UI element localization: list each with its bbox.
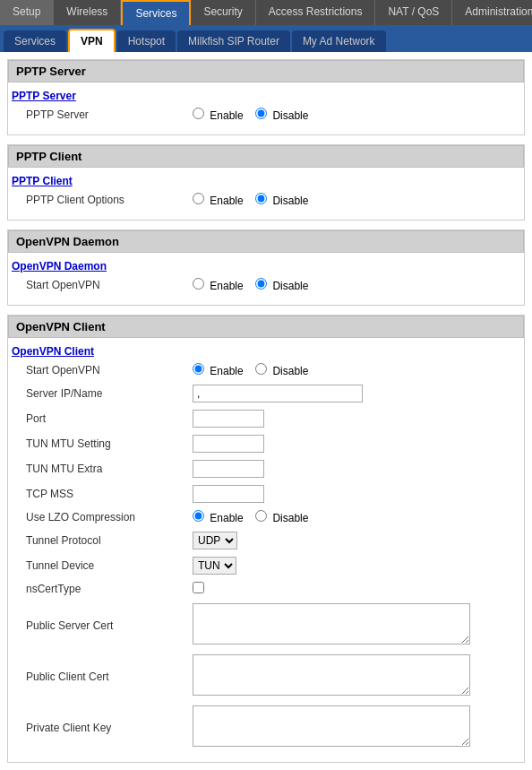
main-content: PPTP Server PPTP Server PPTP Server Enab… bbox=[0, 52, 532, 770]
openvpn-daemon-enable-label[interactable]: Enable bbox=[193, 280, 246, 292]
port-label: Port bbox=[8, 406, 187, 431]
tcp-mss-label: TCP MSS bbox=[8, 481, 187, 506]
pptp-server-block: PPTP Server PPTP Server PPTP Server Enab… bbox=[7, 59, 525, 135]
port-input[interactable] bbox=[193, 410, 264, 428]
openvpn-client-disable-label[interactable]: Disable bbox=[255, 365, 308, 377]
top-nav-setup[interactable]: Setup bbox=[0, 0, 54, 25]
table-row: Public Server Cert bbox=[8, 600, 524, 651]
tun-mtu-extra-input[interactable] bbox=[193, 460, 264, 478]
openvpn-client-enable-radio[interactable] bbox=[193, 363, 204, 375]
lzo-enable-label[interactable]: Enable bbox=[193, 512, 246, 524]
table-row: PPTP Client Options Enable Disable bbox=[8, 189, 524, 211]
public-server-cert-label: Public Server Cert bbox=[8, 600, 187, 651]
pptp-server-label: PPTP Server bbox=[8, 104, 187, 125]
openvpn-client-start-radio-cell: Enable Disable bbox=[187, 359, 524, 381]
table-row: Start OpenVPN Enable Disable bbox=[8, 274, 524, 296]
table-row: Start OpenVPN Enable Disable bbox=[8, 359, 524, 381]
openvpn-client-section-header: OpenVPN Client bbox=[8, 316, 524, 338]
public-server-cert-textarea[interactable] bbox=[193, 603, 470, 645]
top-nav-nat-qos[interactable]: NAT / QoS bbox=[375, 0, 452, 25]
openvpn-daemon-table: Start OpenVPN Enable Disable bbox=[8, 274, 524, 296]
pptp-server-enable-label[interactable]: Enable bbox=[193, 109, 246, 122]
sub-nav-milkfish[interactable]: Milkfish SIP Router bbox=[177, 30, 290, 52]
pptp-client-disable-radio[interactable] bbox=[255, 193, 267, 204]
openvpn-client-start-label: Start OpenVPN bbox=[8, 359, 187, 381]
pptp-server-table: PPTP Server Enable Disable bbox=[8, 104, 524, 125]
sub-nav-vpn[interactable]: VPN bbox=[68, 29, 116, 52]
top-nav-access-restrictions[interactable]: Access Restrictions bbox=[256, 0, 376, 25]
tunnel-protocol-select[interactable]: UDP TCP bbox=[193, 532, 237, 549]
sub-navigation: Services VPN Hotspot Milkfish SIP Router… bbox=[0, 25, 532, 52]
openvpn-daemon-disable-radio[interactable] bbox=[255, 278, 267, 290]
pptp-client-enable-label[interactable]: Enable bbox=[193, 195, 246, 207]
public-client-cert-cell bbox=[187, 651, 524, 702]
openvpn-client-subsection-label[interactable]: OpenVPN Client bbox=[8, 343, 524, 359]
table-row: TUN MTU Extra bbox=[8, 456, 524, 481]
tunnel-device-cell: TUN TAP bbox=[187, 553, 524, 578]
openvpn-client-disable-radio[interactable] bbox=[255, 363, 267, 375]
sub-nav-services[interactable]: Services bbox=[4, 30, 66, 52]
pptp-client-subsection-label[interactable]: PPTP Client bbox=[8, 173, 524, 189]
pptp-server-subsection-label[interactable]: PPTP Server bbox=[8, 88, 524, 104]
table-row: Port bbox=[8, 406, 524, 431]
tunnel-protocol-label: Tunnel Protocol bbox=[8, 528, 187, 553]
table-row: TUN MTU Setting bbox=[8, 431, 524, 456]
openvpn-client-table: Start OpenVPN Enable Disable Server IP/N… bbox=[8, 359, 524, 753]
tun-mtu-setting-input[interactable] bbox=[193, 435, 264, 453]
lzo-disable-radio[interactable] bbox=[255, 510, 267, 522]
private-client-key-textarea[interactable] bbox=[193, 705, 470, 747]
public-client-cert-textarea[interactable] bbox=[193, 654, 470, 696]
openvpn-client-enable-label[interactable]: Enable bbox=[193, 365, 246, 377]
pptp-server-enable-radio[interactable] bbox=[193, 108, 204, 119]
tunnel-protocol-cell: UDP TCP bbox=[187, 528, 524, 553]
table-row: Server IP/Name bbox=[8, 381, 524, 406]
openvpn-daemon-section-header: OpenVPN Daemon bbox=[8, 230, 524, 253]
tun-mtu-setting-cell bbox=[187, 431, 524, 456]
tunnel-device-select[interactable]: TUN TAP bbox=[193, 557, 236, 575]
lzo-enable-radio[interactable] bbox=[193, 510, 204, 522]
public-server-cert-cell bbox=[187, 600, 524, 651]
table-row: TCP MSS bbox=[8, 481, 524, 506]
port-cell bbox=[187, 406, 524, 431]
pptp-server-disable-label[interactable]: Disable bbox=[255, 109, 308, 122]
top-nav-administration[interactable]: Administration bbox=[452, 0, 532, 25]
table-row: Private Client Key bbox=[8, 702, 524, 753]
server-ip-input[interactable] bbox=[193, 385, 363, 402]
openvpn-daemon-radio-cell: Enable Disable bbox=[187, 274, 524, 296]
tcp-mss-input[interactable] bbox=[193, 485, 264, 503]
tun-mtu-extra-label: TUN MTU Extra bbox=[8, 456, 187, 481]
top-navigation: Setup Wireless Services Security Access … bbox=[0, 0, 532, 25]
table-row: Public Client Cert bbox=[8, 651, 524, 702]
table-row: Tunnel Protocol UDP TCP bbox=[8, 528, 524, 553]
pptp-client-disable-label[interactable]: Disable bbox=[255, 195, 308, 207]
pptp-server-section-header: PPTP Server bbox=[8, 60, 524, 82]
pptp-client-section-header: PPTP Client bbox=[8, 145, 524, 168]
top-nav-security[interactable]: Security bbox=[191, 0, 255, 25]
pptp-client-table: PPTP Client Options Enable Disable bbox=[8, 189, 524, 211]
ns-cert-type-checkbox[interactable] bbox=[193, 582, 204, 593]
pptp-client-block: PPTP Client PPTP Client PPTP Client Opti… bbox=[7, 144, 525, 221]
pptp-server-radio-cell: Enable Disable bbox=[187, 104, 524, 125]
pptp-server-disable-radio[interactable] bbox=[255, 108, 267, 119]
table-row: Use LZO Compression Enable Disable bbox=[8, 506, 524, 528]
tun-mtu-setting-label: TUN MTU Setting bbox=[8, 431, 187, 456]
private-client-key-cell bbox=[187, 702, 524, 753]
lzo-disable-label[interactable]: Disable bbox=[255, 512, 308, 524]
ns-cert-type-label: nsCertType bbox=[8, 578, 187, 600]
table-row: PPTP Server Enable Disable bbox=[8, 104, 524, 125]
lzo-radio-cell: Enable Disable bbox=[187, 506, 524, 528]
openvpn-daemon-enable-radio[interactable] bbox=[193, 278, 204, 290]
server-ip-label: Server IP/Name bbox=[8, 381, 187, 406]
sub-nav-hotspot[interactable]: Hotspot bbox=[117, 30, 176, 52]
sub-nav-my-ad-network[interactable]: My Ad Network bbox=[292, 30, 386, 52]
pptp-client-options-radio-cell: Enable Disable bbox=[187, 189, 524, 211]
openvpn-daemon-disable-label[interactable]: Disable bbox=[255, 280, 308, 292]
top-nav-services[interactable]: Services bbox=[121, 0, 191, 25]
pptp-client-enable-radio[interactable] bbox=[193, 193, 204, 204]
openvpn-daemon-block: OpenVPN Daemon OpenVPN Daemon Start Open… bbox=[7, 229, 525, 306]
openvpn-daemon-subsection-label[interactable]: OpenVPN Daemon bbox=[8, 258, 524, 274]
private-client-key-label: Private Client Key bbox=[8, 702, 187, 753]
openvpn-client-block: OpenVPN Client OpenVPN Client Start Open… bbox=[7, 315, 525, 763]
top-nav-wireless[interactable]: Wireless bbox=[54, 0, 121, 25]
lzo-label: Use LZO Compression bbox=[8, 506, 187, 528]
